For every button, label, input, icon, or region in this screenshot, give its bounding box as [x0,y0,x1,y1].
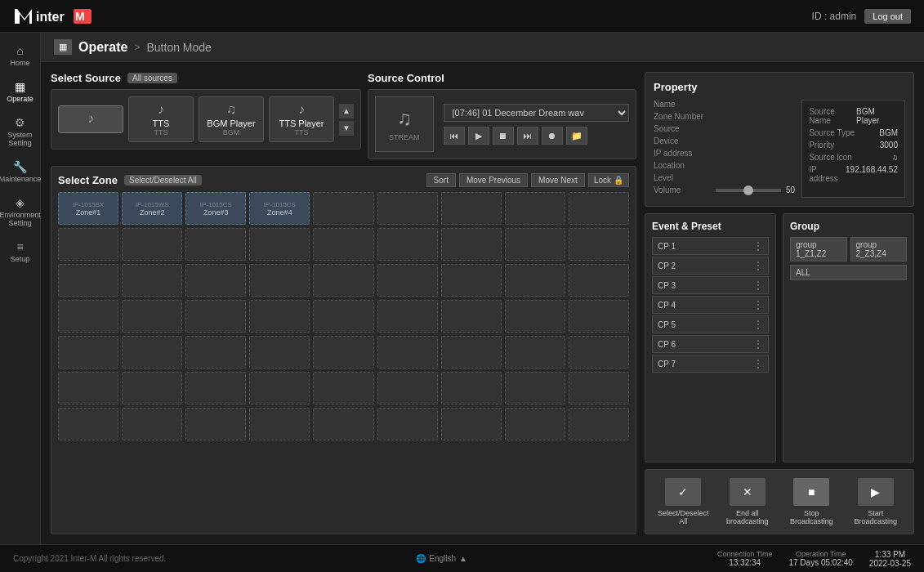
logout-button[interactable]: Log out [864,9,911,24]
group-item[interactable]: group 1_Z1,Z2 [790,237,847,261]
zone-item[interactable] [249,300,310,333]
sidebar-item-setup[interactable]: ≡ Setup [0,235,40,268]
zone-item[interactable] [569,336,629,369]
zone-item[interactable] [313,300,373,333]
zone-item[interactable] [58,300,118,333]
zone-item[interactable] [569,192,629,225]
zone-item[interactable] [185,300,246,333]
sidebar-item-environment[interactable]: ◈ Environment Setting [0,191,40,232]
start-broadcasting-icon[interactable]: ▶ [858,478,894,506]
zone-item[interactable] [313,336,373,369]
zone-item[interactable] [58,336,118,369]
sidebar-item-maintenance[interactable]: 🔧 Maintenance [0,155,40,188]
cp-item[interactable]: CP 7⋮ [652,355,769,373]
volume-slider[interactable] [716,189,781,192]
prev-button[interactable]: ⏮ [444,127,465,145]
zone-item[interactable] [122,408,182,440]
zone-item[interactable] [505,372,565,404]
zone-item[interactable]: IP-1015CSZone#3 [185,192,246,225]
folder-button[interactable]: 📁 [566,127,587,145]
zone-item[interactable] [441,264,502,297]
zone-item[interactable] [122,336,182,369]
zone-item[interactable] [313,228,373,261]
zone-move-prev-button[interactable]: Move Previous [459,173,528,187]
source-item-3[interactable]: ♫ BGM Player BGM [199,96,264,142]
zone-item[interactable] [505,300,565,333]
cp-item-menu-icon[interactable]: ⋮ [753,358,763,369]
play-button[interactable]: ▶ [468,127,489,145]
zone-item[interactable] [505,336,565,369]
zone-item[interactable] [249,264,310,297]
cp-item-menu-icon[interactable]: ⋮ [753,240,763,252]
zone-lock-button[interactable]: Lock 🔒 [588,173,629,187]
zone-sort-button[interactable]: Sort [426,173,456,187]
end-broadcasting-icon[interactable]: ✕ [730,478,766,506]
zone-item[interactable] [377,300,438,333]
zone-item[interactable] [58,264,118,297]
zone-item[interactable] [185,228,246,261]
zone-item[interactable] [58,228,118,261]
zone-item[interactable]: IP-1015BXZone#1 [58,192,118,225]
source-item-2[interactable]: ♪ TTS TTS [128,96,194,142]
zone-item[interactable] [377,264,438,297]
zone-item[interactable] [249,408,310,440]
group-item-all[interactable]: ALL [790,265,907,280]
zone-item[interactable] [505,264,565,297]
zone-item[interactable] [313,264,373,297]
zone-item[interactable] [377,372,438,404]
cp-item-menu-icon[interactable]: ⋮ [753,338,763,350]
zone-item[interactable] [377,336,438,369]
zone-item[interactable] [185,264,246,297]
select-deselect-all-button[interactable]: ✓ Select/DeselectAll [654,478,713,525]
zone-item[interactable] [441,408,502,440]
zone-item[interactable] [505,192,565,225]
zone-item[interactable] [569,228,629,261]
zone-item[interactable] [569,300,629,333]
cp-item[interactable]: CP 5⋮ [652,315,769,333]
stop-broadcasting-button[interactable]: ■ StopBroadcasting [782,478,841,525]
stop-button[interactable]: ⏹ [493,127,514,145]
cp-item-menu-icon[interactable]: ⋮ [753,260,763,271]
zone-item[interactable] [185,336,246,369]
cp-item-menu-icon[interactable]: ⋮ [753,299,763,311]
zone-item[interactable] [185,372,246,404]
cp-item[interactable]: CP 4⋮ [652,296,769,314]
cp-item-menu-icon[interactable]: ⋮ [753,319,763,330]
zone-item[interactable] [441,336,502,369]
zone-item[interactable] [249,336,310,369]
stream-dropdown[interactable]: [07:46] 01 December Dream wav [444,104,629,122]
zone-item[interactable] [249,372,310,404]
zone-item[interactable] [58,372,118,404]
zone-item[interactable] [122,300,182,333]
zone-move-next-button[interactable]: Move Next [531,173,585,187]
zone-item[interactable] [505,228,565,261]
zone-item[interactable] [441,300,502,333]
zone-item[interactable] [377,192,438,225]
zone-item[interactable] [249,228,310,261]
sidebar-item-operate[interactable]: ▦ Operate [0,75,40,108]
source-nav-down[interactable]: ▼ [339,121,354,136]
source-nav-up[interactable]: ▲ [339,104,354,118]
zone-item[interactable]: IP-1015CSZone#4 [249,192,310,225]
zone-item[interactable] [569,372,629,404]
select-deselect-all-icon[interactable]: ✓ [665,478,701,506]
zone-item[interactable] [185,408,246,440]
zone-item[interactable] [313,192,373,225]
sidebar-item-system-setting[interactable]: ⚙ System Setting [0,111,40,152]
zone-item[interactable] [441,228,502,261]
zone-item[interactable] [313,372,373,404]
zone-item[interactable] [505,408,565,440]
next-button[interactable]: ⏭ [517,127,538,145]
cp-item[interactable]: CP 3⋮ [652,276,769,294]
zone-item[interactable] [313,408,373,440]
record-button[interactable]: ⏺ [542,127,563,145]
zone-item[interactable] [122,228,182,261]
footer-language-selector[interactable]: 🌐 English ▲ [416,554,467,563]
zone-item[interactable] [377,408,438,440]
source-item-1[interactable]: ♪ [58,105,123,133]
zone-item[interactable] [377,228,438,261]
zone-item[interactable] [58,408,118,440]
end-broadcasting-button[interactable]: ✕ End allbroadcasting [718,478,778,525]
zone-item[interactable] [122,264,182,297]
cp-item[interactable]: CP 1⋮ [652,237,769,255]
